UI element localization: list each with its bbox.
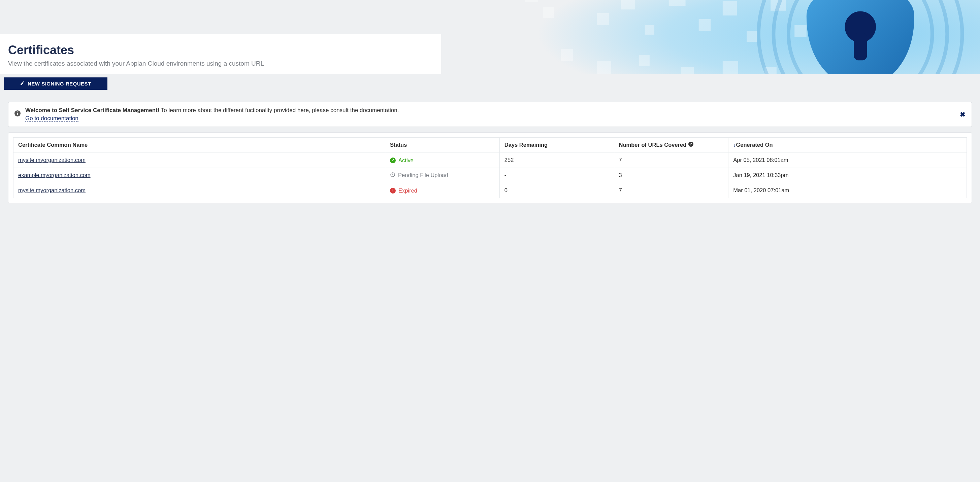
cell-days: 252	[500, 152, 614, 168]
svg-rect-18	[764, 67, 776, 74]
close-icon: ✖	[960, 111, 966, 118]
certificate-link[interactable]: mysite.myorganization.com	[18, 187, 86, 193]
cell-generated: Apr 05, 2021 08:01am	[729, 152, 967, 168]
page-title: Certificates	[8, 43, 972, 57]
cell-urls: 3	[614, 168, 729, 183]
col-header-urls-label: Number of URLs Covered	[619, 142, 687, 148]
certificates-table-card: Certificate Common Name Status Days Rema…	[8, 132, 972, 204]
banner-body: Welcome to Self Service Certificate Mana…	[25, 106, 955, 122]
page-header: Certificates View the certificates assoc…	[0, 34, 980, 74]
check-circle-icon: ✓	[390, 157, 396, 163]
status-text: Active	[398, 157, 414, 163]
banner-text: To learn more about the different fuctio…	[159, 107, 399, 113]
cell-generated: Mar 01, 2020 07:01am	[729, 183, 967, 198]
clock-icon	[390, 172, 395, 179]
col-header-status-label: Status	[390, 142, 407, 148]
table-row: mysite.myorganization.com✓Active2527Apr …	[13, 152, 967, 168]
table-row: mysite.myorganization.com!Expired07Mar 0…	[13, 183, 967, 198]
help-icon[interactable]: ?	[688, 142, 694, 148]
col-header-generated[interactable]: ↓ Generated On	[729, 137, 967, 152]
banner-bold-text: Welcome to Self Service Certificate Mana…	[25, 107, 159, 113]
status-text: Expired	[398, 187, 417, 194]
cell-urls: 7	[614, 152, 729, 168]
svg-text:?: ?	[690, 143, 692, 146]
cell-status: Pending File Upload	[385, 168, 500, 183]
col-header-name-label: Certificate Common Name	[18, 142, 88, 148]
cell-name: example.myorganization.com	[13, 168, 385, 183]
col-header-days[interactable]: Days Remaining	[500, 137, 614, 152]
svg-rect-25	[17, 113, 18, 116]
svg-rect-16	[681, 67, 694, 74]
col-header-urls[interactable]: Number of URLs Covered ?	[614, 137, 729, 152]
cell-urls: 7	[614, 183, 729, 198]
info-banner: Welcome to Self Service Certificate Mana…	[8, 102, 972, 127]
new-signing-request-label: NEW SIGNING REQUEST	[28, 81, 91, 87]
cell-generated: Jan 19, 2021 10:33pm	[729, 168, 967, 183]
cell-status: ✓Active	[385, 152, 500, 168]
documentation-link[interactable]: Go to documentation	[25, 115, 78, 122]
cell-name: mysite.myorganization.com	[13, 183, 385, 198]
cell-days: -	[500, 168, 614, 183]
close-banner-button[interactable]: ✖	[960, 110, 966, 119]
col-header-days-label: Days Remaining	[504, 142, 547, 148]
table-row: example.myorganization.comPending File U…	[13, 168, 967, 183]
certificate-link[interactable]: example.myorganization.com	[18, 172, 91, 178]
cell-name: mysite.myorganization.com	[13, 152, 385, 168]
pencil-icon	[20, 81, 25, 87]
action-bar: NEW SIGNING REQUEST	[0, 74, 980, 93]
cell-days: 0	[500, 183, 614, 198]
page-subtitle: View the certificates associated with yo…	[8, 60, 972, 67]
info-icon	[14, 110, 21, 118]
status-text: Pending File Upload	[398, 172, 448, 178]
cell-status: !Expired	[385, 183, 500, 198]
certificates-table: Certificate Common Name Status Days Rema…	[13, 137, 967, 198]
new-signing-request-button[interactable]: NEW SIGNING REQUEST	[4, 78, 107, 90]
col-header-name[interactable]: Certificate Common Name	[13, 137, 385, 152]
col-header-status[interactable]: Status	[385, 137, 500, 152]
alert-circle-icon: !	[390, 188, 396, 193]
svg-point-26	[17, 111, 18, 113]
certificate-link[interactable]: mysite.myorganization.com	[18, 157, 86, 163]
top-spacer	[0, 0, 980, 34]
col-header-generated-label: Generated On	[736, 142, 773, 148]
